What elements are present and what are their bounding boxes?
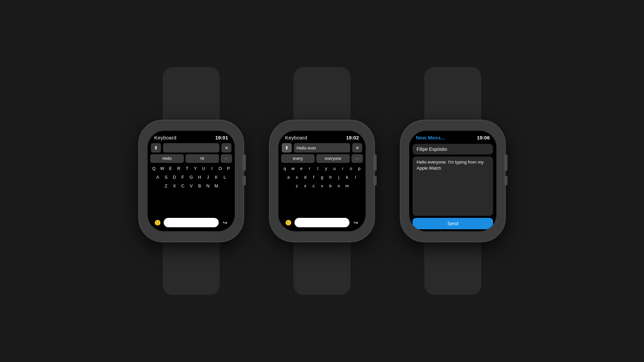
key-H[interactable]: H bbox=[196, 173, 203, 181]
suggestions-2: every everyone ··· bbox=[281, 154, 363, 163]
key-q[interactable]: q bbox=[281, 165, 288, 172]
key-b[interactable]: b bbox=[327, 182, 334, 189]
key-O[interactable]: O bbox=[217, 165, 224, 172]
key-X[interactable]: X bbox=[171, 182, 178, 189]
key-M[interactable]: M bbox=[213, 182, 220, 189]
key-s[interactable]: s bbox=[293, 173, 301, 181]
key-y[interactable]: y bbox=[323, 165, 330, 172]
key-C[interactable]: C bbox=[179, 182, 186, 189]
watch-crown-1 bbox=[243, 154, 246, 171]
bottom-bar-2: 🙂 ↪ bbox=[281, 217, 363, 229]
key-D[interactable]: D bbox=[171, 173, 178, 181]
key-u[interactable]: u bbox=[331, 165, 338, 172]
send-icon-2[interactable]: ↪ bbox=[351, 218, 360, 227]
space-bar-2[interactable] bbox=[294, 218, 350, 227]
key-B[interactable]: B bbox=[196, 182, 203, 189]
key-A[interactable]: A bbox=[154, 173, 161, 181]
key-K[interactable]: K bbox=[213, 173, 220, 181]
key-row-2-low: z x c v b n m bbox=[281, 182, 363, 189]
screen-time-2: 19:02 bbox=[346, 135, 359, 140]
key-Z[interactable]: Z bbox=[162, 182, 170, 189]
key-v[interactable]: v bbox=[318, 182, 326, 189]
key-k[interactable]: k bbox=[343, 173, 351, 181]
keyboard-rows-2: q w e r t y u i o p a s d bbox=[281, 165, 363, 215]
key-R[interactable]: R bbox=[175, 165, 182, 172]
emoji-button-2[interactable]: 🙂 bbox=[284, 218, 293, 227]
key-V[interactable]: V bbox=[187, 182, 195, 189]
suggestion-hi[interactable]: Hi bbox=[185, 154, 219, 163]
watch-side-button-3 bbox=[504, 176, 507, 185]
key-l[interactable]: l bbox=[352, 173, 359, 181]
key-c[interactable]: c bbox=[310, 182, 317, 189]
watch-body-3: New Mess... 19:06 Filipe Espósito Hello … bbox=[401, 121, 505, 241]
key-P[interactable]: P bbox=[225, 165, 232, 172]
more-button-2[interactable]: ··· bbox=[352, 154, 363, 163]
key-o[interactable]: o bbox=[347, 165, 355, 172]
key-j[interactable]: j bbox=[335, 173, 342, 181]
key-i[interactable]: i bbox=[339, 165, 346, 172]
space-bar-1[interactable] bbox=[164, 218, 219, 227]
key-row-2-mid: a s d f g h j k l bbox=[281, 173, 363, 181]
more-button-1[interactable]: ··· bbox=[221, 154, 232, 163]
suggestion-every[interactable]: every bbox=[281, 154, 315, 163]
key-W[interactable]: W bbox=[159, 165, 166, 172]
screen-time-3: 19:06 bbox=[477, 135, 490, 140]
key-a[interactable]: a bbox=[285, 173, 292, 181]
text-input-2[interactable]: Hello ever bbox=[294, 143, 350, 153]
key-L[interactable]: L bbox=[221, 173, 228, 181]
keyboard-rows-1: Q W E R T Y U I O P A S D bbox=[150, 165, 232, 215]
screen-title-3: New Mess... bbox=[416, 135, 445, 140]
key-n[interactable]: n bbox=[335, 182, 342, 189]
key-h[interactable]: h bbox=[327, 173, 334, 181]
delete-button-2[interactable]: ✕ bbox=[352, 143, 362, 153]
watch-body-1: Keyboard 19:01 ⬆ ✕ Hello Hi ··· bbox=[139, 121, 243, 241]
key-S[interactable]: S bbox=[162, 173, 170, 181]
send-button[interactable]: Send bbox=[413, 218, 493, 229]
suggestions-1: Hello Hi ··· bbox=[150, 154, 232, 163]
recipient-field: Filipe Espósito bbox=[413, 144, 493, 155]
status-bar-1: Keyboard 19:01 bbox=[148, 131, 235, 142]
key-z[interactable]: z bbox=[293, 182, 301, 189]
text-input-1[interactable] bbox=[163, 143, 219, 153]
watch-screen-2: Keyboard 19:02 ⬆ Hello ever ✕ every ever… bbox=[278, 131, 366, 231]
status-bar-2: Keyboard 19:02 bbox=[278, 131, 366, 142]
key-E[interactable]: E bbox=[167, 165, 174, 172]
key-t[interactable]: t bbox=[314, 165, 322, 172]
keyboard-content-2: ⬆ Hello ever ✕ every everyone ··· q w e bbox=[278, 142, 366, 231]
key-Y[interactable]: Y bbox=[192, 165, 199, 172]
delete-button-1[interactable]: ✕ bbox=[221, 143, 231, 153]
shift-button-2[interactable]: ⬆ bbox=[282, 143, 292, 153]
key-row-1-top: Q W E R T Y U I O P bbox=[150, 165, 232, 172]
key-U[interactable]: U bbox=[200, 165, 207, 172]
watch-1: Keyboard 19:01 ⬆ ✕ Hello Hi ··· bbox=[139, 67, 243, 295]
watch-screen-3: New Mess... 19:06 Filipe Espósito Hello … bbox=[409, 131, 496, 231]
screen-title-2: Keyboard bbox=[285, 135, 307, 140]
watch-crown-3 bbox=[504, 154, 507, 171]
key-G[interactable]: G bbox=[187, 173, 195, 181]
band-bottom-1 bbox=[163, 241, 220, 295]
key-J[interactable]: J bbox=[204, 173, 212, 181]
key-x[interactable]: x bbox=[302, 182, 309, 189]
key-r[interactable]: r bbox=[306, 165, 313, 172]
key-f[interactable]: f bbox=[310, 173, 317, 181]
key-w[interactable]: w bbox=[289, 165, 297, 172]
messages-content: Filipe Espósito Hello everyone. I'm typi… bbox=[409, 142, 496, 231]
key-d[interactable]: d bbox=[302, 173, 309, 181]
suggestion-hello[interactable]: Hello bbox=[150, 154, 184, 163]
key-F[interactable]: F bbox=[179, 173, 186, 181]
key-T[interactable]: T bbox=[183, 165, 191, 172]
band-top-3 bbox=[424, 67, 481, 121]
key-Q[interactable]: Q bbox=[150, 165, 158, 172]
keyboard-content-1: ⬆ ✕ Hello Hi ··· Q W E R bbox=[148, 142, 235, 231]
emoji-button-1[interactable]: 🙂 bbox=[153, 218, 162, 227]
key-p[interactable]: p bbox=[356, 165, 363, 172]
key-e[interactable]: e bbox=[298, 165, 305, 172]
key-N[interactable]: N bbox=[204, 182, 212, 189]
shift-button-1[interactable]: ⬆ bbox=[151, 143, 161, 153]
key-g[interactable]: g bbox=[318, 173, 326, 181]
band-bottom-3 bbox=[424, 241, 481, 295]
key-m[interactable]: m bbox=[343, 182, 351, 189]
key-I[interactable]: I bbox=[208, 165, 216, 172]
suggestion-everyone[interactable]: everyone bbox=[316, 154, 350, 163]
send-icon-1[interactable]: ↪ bbox=[220, 218, 229, 227]
